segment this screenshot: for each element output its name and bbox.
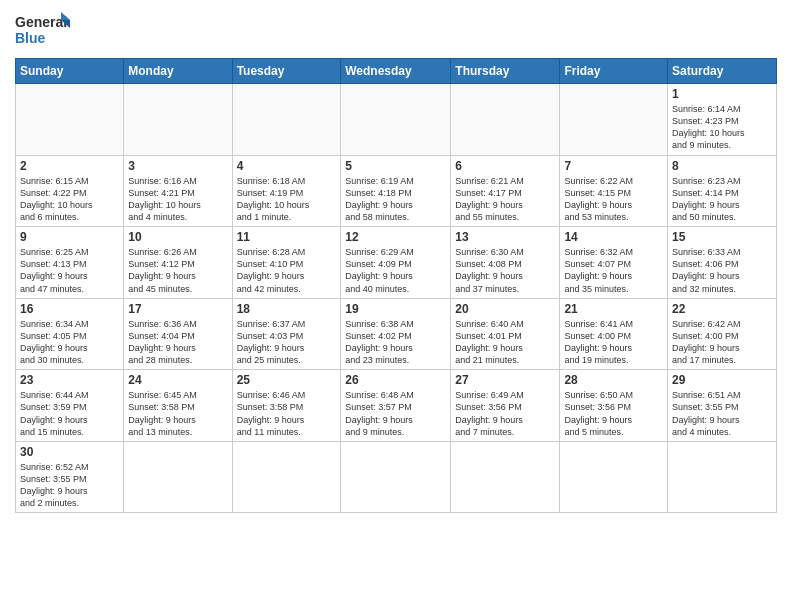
calendar-cell <box>341 84 451 156</box>
calendar-cell: 29Sunrise: 6:51 AM Sunset: 3:55 PM Dayli… <box>668 370 777 442</box>
day-number: 9 <box>20 230 119 244</box>
day-info: Sunrise: 6:22 AM Sunset: 4:15 PM Dayligh… <box>564 175 663 224</box>
calendar-cell: 3Sunrise: 6:16 AM Sunset: 4:21 PM Daylig… <box>124 155 232 227</box>
calendar-cell: 4Sunrise: 6:18 AM Sunset: 4:19 PM Daylig… <box>232 155 341 227</box>
column-header-friday: Friday <box>560 59 668 84</box>
day-info: Sunrise: 6:32 AM Sunset: 4:07 PM Dayligh… <box>564 246 663 295</box>
calendar-week-row-3: 9Sunrise: 6:25 AM Sunset: 4:13 PM Daylig… <box>16 227 777 299</box>
day-info: Sunrise: 6:28 AM Sunset: 4:10 PM Dayligh… <box>237 246 337 295</box>
day-number: 6 <box>455 159 555 173</box>
day-number: 24 <box>128 373 227 387</box>
column-header-monday: Monday <box>124 59 232 84</box>
day-number: 26 <box>345 373 446 387</box>
calendar-cell: 6Sunrise: 6:21 AM Sunset: 4:17 PM Daylig… <box>451 155 560 227</box>
day-number: 10 <box>128 230 227 244</box>
day-number: 2 <box>20 159 119 173</box>
day-number: 15 <box>672 230 772 244</box>
day-info: Sunrise: 6:51 AM Sunset: 3:55 PM Dayligh… <box>672 389 772 438</box>
day-number: 4 <box>237 159 337 173</box>
calendar-cell: 28Sunrise: 6:50 AM Sunset: 3:56 PM Dayli… <box>560 370 668 442</box>
day-info: Sunrise: 6:33 AM Sunset: 4:06 PM Dayligh… <box>672 246 772 295</box>
calendar-cell: 11Sunrise: 6:28 AM Sunset: 4:10 PM Dayli… <box>232 227 341 299</box>
calendar-cell: 13Sunrise: 6:30 AM Sunset: 4:08 PM Dayli… <box>451 227 560 299</box>
calendar-cell: 8Sunrise: 6:23 AM Sunset: 4:14 PM Daylig… <box>668 155 777 227</box>
page: General Blue SundayMondayTuesdayWednesda… <box>0 0 792 612</box>
calendar-cell: 18Sunrise: 6:37 AM Sunset: 4:03 PM Dayli… <box>232 298 341 370</box>
calendar-cell: 22Sunrise: 6:42 AM Sunset: 4:00 PM Dayli… <box>668 298 777 370</box>
calendar-cell: 19Sunrise: 6:38 AM Sunset: 4:02 PM Dayli… <box>341 298 451 370</box>
calendar-cell <box>560 441 668 513</box>
day-info: Sunrise: 6:41 AM Sunset: 4:00 PM Dayligh… <box>564 318 663 367</box>
calendar-week-row-6: 30Sunrise: 6:52 AM Sunset: 3:55 PM Dayli… <box>16 441 777 513</box>
calendar-week-row-2: 2Sunrise: 6:15 AM Sunset: 4:22 PM Daylig… <box>16 155 777 227</box>
day-number: 21 <box>564 302 663 316</box>
day-info: Sunrise: 6:42 AM Sunset: 4:00 PM Dayligh… <box>672 318 772 367</box>
day-number: 12 <box>345 230 446 244</box>
day-number: 22 <box>672 302 772 316</box>
calendar-cell <box>668 441 777 513</box>
day-number: 20 <box>455 302 555 316</box>
day-info: Sunrise: 6:30 AM Sunset: 4:08 PM Dayligh… <box>455 246 555 295</box>
calendar-cell: 23Sunrise: 6:44 AM Sunset: 3:59 PM Dayli… <box>16 370 124 442</box>
calendar-cell: 30Sunrise: 6:52 AM Sunset: 3:55 PM Dayli… <box>16 441 124 513</box>
day-info: Sunrise: 6:19 AM Sunset: 4:18 PM Dayligh… <box>345 175 446 224</box>
calendar-week-row-4: 16Sunrise: 6:34 AM Sunset: 4:05 PM Dayli… <box>16 298 777 370</box>
day-number: 23 <box>20 373 119 387</box>
calendar-cell: 21Sunrise: 6:41 AM Sunset: 4:00 PM Dayli… <box>560 298 668 370</box>
calendar-cell: 12Sunrise: 6:29 AM Sunset: 4:09 PM Dayli… <box>341 227 451 299</box>
calendar-cell: 26Sunrise: 6:48 AM Sunset: 3:57 PM Dayli… <box>341 370 451 442</box>
calendar-cell: 17Sunrise: 6:36 AM Sunset: 4:04 PM Dayli… <box>124 298 232 370</box>
calendar-cell <box>560 84 668 156</box>
calendar-cell <box>232 84 341 156</box>
column-header-sunday: Sunday <box>16 59 124 84</box>
day-number: 28 <box>564 373 663 387</box>
column-header-thursday: Thursday <box>451 59 560 84</box>
svg-text:General: General <box>15 14 67 30</box>
calendar-cell: 25Sunrise: 6:46 AM Sunset: 3:58 PM Dayli… <box>232 370 341 442</box>
day-info: Sunrise: 6:36 AM Sunset: 4:04 PM Dayligh… <box>128 318 227 367</box>
calendar-cell: 14Sunrise: 6:32 AM Sunset: 4:07 PM Dayli… <box>560 227 668 299</box>
calendar-table: SundayMondayTuesdayWednesdayThursdayFrid… <box>15 58 777 513</box>
day-info: Sunrise: 6:25 AM Sunset: 4:13 PM Dayligh… <box>20 246 119 295</box>
calendar-cell <box>124 441 232 513</box>
column-header-wednesday: Wednesday <box>341 59 451 84</box>
day-info: Sunrise: 6:38 AM Sunset: 4:02 PM Dayligh… <box>345 318 446 367</box>
day-number: 3 <box>128 159 227 173</box>
calendar-cell: 5Sunrise: 6:19 AM Sunset: 4:18 PM Daylig… <box>341 155 451 227</box>
day-info: Sunrise: 6:14 AM Sunset: 4:23 PM Dayligh… <box>672 103 772 152</box>
logo-svg: General Blue <box>15 10 70 50</box>
day-number: 17 <box>128 302 227 316</box>
day-info: Sunrise: 6:21 AM Sunset: 4:17 PM Dayligh… <box>455 175 555 224</box>
calendar-cell: 20Sunrise: 6:40 AM Sunset: 4:01 PM Dayli… <box>451 298 560 370</box>
calendar-header-row: SundayMondayTuesdayWednesdayThursdayFrid… <box>16 59 777 84</box>
calendar-week-row-5: 23Sunrise: 6:44 AM Sunset: 3:59 PM Dayli… <box>16 370 777 442</box>
day-number: 19 <box>345 302 446 316</box>
day-number: 13 <box>455 230 555 244</box>
calendar-cell <box>232 441 341 513</box>
day-number: 11 <box>237 230 337 244</box>
header: General Blue <box>15 10 777 50</box>
day-number: 1 <box>672 87 772 101</box>
calendar-cell: 1Sunrise: 6:14 AM Sunset: 4:23 PM Daylig… <box>668 84 777 156</box>
column-header-saturday: Saturday <box>668 59 777 84</box>
day-number: 5 <box>345 159 446 173</box>
day-info: Sunrise: 6:26 AM Sunset: 4:12 PM Dayligh… <box>128 246 227 295</box>
day-info: Sunrise: 6:23 AM Sunset: 4:14 PM Dayligh… <box>672 175 772 224</box>
logo-area: General Blue <box>15 10 70 50</box>
calendar-cell: 9Sunrise: 6:25 AM Sunset: 4:13 PM Daylig… <box>16 227 124 299</box>
day-info: Sunrise: 6:52 AM Sunset: 3:55 PM Dayligh… <box>20 461 119 510</box>
calendar-week-row-1: 1Sunrise: 6:14 AM Sunset: 4:23 PM Daylig… <box>16 84 777 156</box>
day-info: Sunrise: 6:34 AM Sunset: 4:05 PM Dayligh… <box>20 318 119 367</box>
day-info: Sunrise: 6:40 AM Sunset: 4:01 PM Dayligh… <box>455 318 555 367</box>
day-info: Sunrise: 6:48 AM Sunset: 3:57 PM Dayligh… <box>345 389 446 438</box>
calendar-cell: 24Sunrise: 6:45 AM Sunset: 3:58 PM Dayli… <box>124 370 232 442</box>
calendar-cell <box>451 84 560 156</box>
calendar-cell <box>16 84 124 156</box>
calendar-cell: 10Sunrise: 6:26 AM Sunset: 4:12 PM Dayli… <box>124 227 232 299</box>
day-info: Sunrise: 6:16 AM Sunset: 4:21 PM Dayligh… <box>128 175 227 224</box>
calendar-cell: 15Sunrise: 6:33 AM Sunset: 4:06 PM Dayli… <box>668 227 777 299</box>
calendar-cell: 2Sunrise: 6:15 AM Sunset: 4:22 PM Daylig… <box>16 155 124 227</box>
calendar-cell <box>341 441 451 513</box>
day-number: 29 <box>672 373 772 387</box>
calendar-cell: 16Sunrise: 6:34 AM Sunset: 4:05 PM Dayli… <box>16 298 124 370</box>
